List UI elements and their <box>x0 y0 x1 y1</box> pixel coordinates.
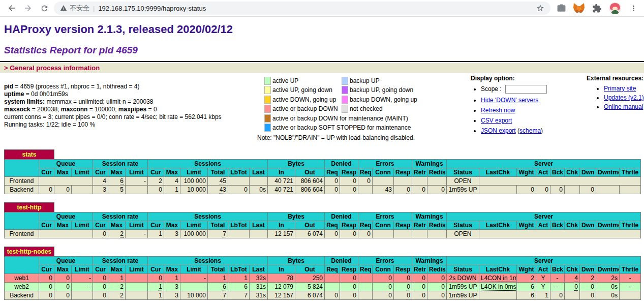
general-info-row: pid = 4659 (process #1, nbproc = 1, nbth… <box>0 73 644 141</box>
group-header: Errors <box>358 256 412 265</box>
column-header: Retr <box>412 168 427 176</box>
column-header: Cur <box>39 168 54 176</box>
table-cell: 0 <box>394 273 412 282</box>
legend-swatch <box>342 105 348 113</box>
process-info: pid = 4659 (process #1, nbproc = 1, nbth… <box>4 75 264 129</box>
column-header: Cur <box>93 265 108 273</box>
security-label: 不安全 <box>70 4 89 13</box>
metamask-fox-icon[interactable] <box>573 3 585 14</box>
table-cell: 5 <box>108 185 126 194</box>
table-cell: 0 <box>54 282 72 291</box>
process-info-line: maxsock = 200038; maxconn = 100000; maxp… <box>4 106 264 113</box>
table-cell: 3 <box>164 229 180 238</box>
column-header: Total <box>208 168 228 176</box>
table-cell: 0 <box>580 291 596 299</box>
table-cell: 10 000 <box>180 291 208 299</box>
table-cell: 12 157 <box>268 291 295 299</box>
security-chip[interactable]: 不安全 <box>60 4 89 13</box>
column-header: Limit <box>72 221 93 229</box>
column-header: Max <box>164 221 180 229</box>
column-header: Cur <box>39 265 54 273</box>
external-resource-link[interactable]: Updates (v2.1) <box>604 94 644 101</box>
table-cell: 7 <box>208 229 228 238</box>
display-option-link[interactable]: JSON export <box>481 127 516 134</box>
legend-swatch <box>264 105 271 113</box>
column-header: Out <box>295 265 325 273</box>
table-cell: 1 <box>148 229 164 238</box>
table-row-frontend: Frontend46-24100 0004540 721806 604000OP… <box>5 176 641 185</box>
bookmark-star-icon[interactable] <box>536 4 544 12</box>
table-cell: 7 <box>208 291 228 299</box>
row-name: web2 <box>5 282 39 291</box>
table-cell: 1 <box>164 273 180 282</box>
table-cell <box>479 176 641 185</box>
table-cell: - <box>620 273 641 282</box>
table-cell: 1 <box>148 291 164 299</box>
column-header: Chk <box>565 168 580 176</box>
column-header: Dwntme <box>596 221 620 229</box>
column-header: Resp <box>340 221 358 229</box>
table-cell: 4 <box>93 176 108 185</box>
display-option-link[interactable]: schema <box>519 127 541 134</box>
legend-item: active or backup DOWN for maintenance (M… <box>264 114 464 123</box>
column-header: Max <box>54 168 72 176</box>
external-resource-link[interactable]: Online manual <box>604 103 643 110</box>
reload-icon[interactable] <box>38 2 51 15</box>
table-corner-cell <box>5 212 39 229</box>
table-cell: 10 000 <box>180 185 208 194</box>
table-row-frontend: Frontend02-13100 000712 1576 074000OPEN <box>5 229 641 238</box>
screenshot-camera-icon[interactable] <box>556 3 567 14</box>
table-cell: 0 <box>412 273 427 282</box>
column-header: In <box>268 168 295 176</box>
table-cell <box>126 282 148 291</box>
group-header: Server <box>447 159 641 168</box>
table-cell: 0 <box>39 282 54 291</box>
column-header: Last <box>250 221 268 229</box>
table-cell: 100 000 <box>180 229 208 238</box>
table-cell: 31s <box>250 291 268 299</box>
stats-table: statsQueueSession rateSessionsBytesDenie… <box>4 149 641 194</box>
table-cell: 0s <box>596 282 620 291</box>
column-header: LbTot <box>228 265 250 273</box>
column-header: Req <box>325 168 340 176</box>
chrome-menu-icon[interactable] <box>628 3 639 14</box>
legend-label: active DOWN, going up <box>271 96 336 103</box>
back-icon[interactable] <box>5 2 18 15</box>
table-cell: 0 <box>93 291 108 299</box>
group-header: Bytes <box>268 256 325 265</box>
column-header: Cur <box>39 221 54 229</box>
table-cell: 0 <box>39 185 54 194</box>
display-option-link[interactable]: CSV export <box>481 117 512 124</box>
profile-avatar[interactable] <box>609 2 621 14</box>
legend-item: active or backup SOFT STOPPED for mainte… <box>264 124 464 132</box>
extensions-puzzle-icon[interactable] <box>591 3 602 14</box>
address-bar[interactable]: 不安全 | 192.168.175.10:9999/haproxy-status <box>54 2 550 15</box>
table-cell: 1m59s UP <box>447 282 479 291</box>
column-header: Act <box>536 221 550 229</box>
display-option-link[interactable]: Refresh now <box>481 107 515 114</box>
column-header: Chk <box>565 265 580 273</box>
table-cell: 40 721 <box>268 185 295 194</box>
group-header: Errors <box>358 212 412 221</box>
title-divider <box>0 61 644 62</box>
table-cell: 0 <box>517 185 536 194</box>
column-header: Bck <box>550 265 565 273</box>
table-cell: - <box>550 282 565 291</box>
external-resources-panel: External resources: Primary siteUpdates … <box>574 75 644 112</box>
table-cell: 2s <box>596 273 620 282</box>
external-resource-link[interactable]: Primary site <box>604 85 636 92</box>
column-header: Last <box>250 265 268 273</box>
column-header: Last <box>250 168 268 176</box>
column-header: Cur <box>148 221 164 229</box>
forward-icon[interactable] <box>21 2 35 15</box>
display-option-item: Refresh now <box>481 107 574 114</box>
column-header: Limit <box>72 265 93 273</box>
column-header: Status <box>447 168 479 176</box>
table-cell: 2 <box>148 176 164 185</box>
table-cell: 0 <box>340 176 358 185</box>
legend-note: Note: "NOLB"/"DRAIN" = UP with load-bala… <box>257 134 464 141</box>
table-cell: 5 824 <box>295 282 325 291</box>
display-option-link[interactable]: Hide 'DOWN' servers <box>481 97 538 104</box>
scope-input[interactable] <box>505 85 547 94</box>
proxy-tab-spacer <box>54 149 641 159</box>
